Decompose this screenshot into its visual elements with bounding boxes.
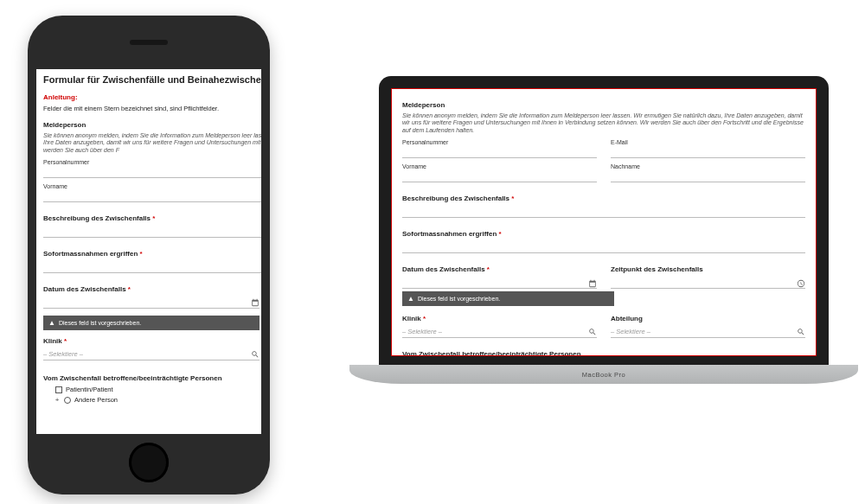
checkbox-icon <box>55 386 62 393</box>
clinic-heading-d: Klinik <box>402 315 597 322</box>
validation-message-d: Dieses feld ist vorgeschrieben. <box>418 296 500 302</box>
firstname-label-d: Vorname <box>402 163 597 169</box>
clinic-heading: Klinik <box>43 337 261 345</box>
time-heading-d: Zeitpunkt des Zwischenfalls <box>611 265 805 273</box>
date-heading-d: Datum des Zwischenfalls <box>402 265 597 273</box>
email-label-d: E-Mail <box>611 139 805 145</box>
form-title: Formular für Zwischenfälle und Beinahezw… <box>43 74 261 85</box>
clinic-select[interactable]: – Selektiere – <box>43 348 260 360</box>
email-input-d[interactable] <box>611 146 805 158</box>
macbook-frame: Meldeperson Sie können anonym melden, in… <box>349 76 858 384</box>
description-heading-d: Beschreibung des Zwischenfalls <box>402 195 805 202</box>
validation-message: Dieses feld ist vorgeschrieben. <box>59 320 141 326</box>
affected-heading-d: Vom Zwischenfall betroffene/beeinträchti… <box>402 350 805 356</box>
description-heading: Beschreibung des Zwischenfalls <box>43 214 261 222</box>
clinic-placeholder: – Selektiere – <box>43 348 260 360</box>
personnel-no-input[interactable] <box>43 166 261 178</box>
department-heading-d: Abteilung <box>611 315 805 322</box>
clinic-placeholder-d: – Selektiere – <box>402 326 597 338</box>
validation-tooltip: ▲ Dieses feld ist vorgeschrieben. <box>43 316 260 330</box>
personnel-no-label: Personalnummer <box>43 159 261 165</box>
incident-form-mobile: Formular für Zwischenfälle und Beinahezw… <box>36 69 261 409</box>
iphone-frame: Formular für Zwischenfälle und Beinahezw… <box>28 16 270 494</box>
reporter-help-d: Sie können anonym melden, indem Sie die … <box>402 112 805 134</box>
affected-other-row[interactable]: + Andere Person <box>48 396 261 404</box>
affected-heading: Vom Zwischenfall betroffene/beeinträchti… <box>43 374 261 382</box>
department-select-d[interactable]: – Selektiere – <box>611 326 805 338</box>
warning-icon: ▲ <box>48 319 55 327</box>
iphone-screen: Formular für Zwischenfälle und Beinahezw… <box>36 69 261 434</box>
macbook-screen: Meldeperson Sie können anonym melden, in… <box>391 88 817 356</box>
warning-icon-d: ▲ <box>407 295 414 303</box>
date-heading: Datum des Zwischenfalls <box>43 285 261 293</box>
macbook-label: MacBook Pro <box>582 371 626 379</box>
macbook-base: MacBook Pro <box>349 365 858 384</box>
instruction-text: Felder die mit einem Stern bezeichnet si… <box>43 105 261 112</box>
validation-tooltip-d: ▲ Dieses feld ist vorgeschrieben. <box>402 291 614 306</box>
department-placeholder-d: – Selektiere – <box>611 326 805 338</box>
reporter-heading-d: Meldeperson <box>402 101 805 109</box>
description-input-d[interactable] <box>402 206 805 218</box>
description-input[interactable] <box>43 226 261 238</box>
measures-heading-d: Sofortmassnahmen ergriffen <box>402 230 805 238</box>
time-input-d[interactable] <box>611 277 805 289</box>
search-icon-d <box>588 328 597 336</box>
date-input[interactable] <box>43 297 260 309</box>
radio-icon <box>64 397 71 404</box>
affected-other-label: Andere Person <box>74 396 118 404</box>
affected-patient-row[interactable]: Patientin/Patient <box>55 386 261 393</box>
clock-icon[interactable] <box>797 279 805 288</box>
date-input-d[interactable] <box>402 277 597 289</box>
calendar-icon-d[interactable] <box>588 279 597 288</box>
measures-input-d[interactable] <box>402 241 805 253</box>
clinic-select-d[interactable]: – Selektiere – <box>402 326 597 338</box>
firstname-input[interactable] <box>43 190 261 202</box>
reporter-heading: Meldeperson <box>43 121 261 129</box>
measures-heading: Sofortmassnahmen ergriffen <box>43 250 261 258</box>
lastname-input-d[interactable] <box>611 170 805 182</box>
expand-icon[interactable]: + <box>54 396 61 404</box>
search-icon-d2 <box>797 328 805 336</box>
incident-form-desktop: Meldeperson Sie können anonym melden, in… <box>392 89 816 356</box>
personnel-no-input-d[interactable] <box>402 146 597 158</box>
firstname-input-d[interactable] <box>402 170 597 182</box>
measures-input[interactable] <box>43 261 261 273</box>
macbook-lid: Meldeperson Sie können anonym melden, in… <box>379 76 829 365</box>
search-icon <box>251 350 260 359</box>
calendar-icon[interactable] <box>251 298 260 307</box>
reporter-help: Sie können anonym melden, indem Sie die … <box>43 132 261 154</box>
instruction-label: Anleitung: <box>43 93 261 101</box>
affected-patient-label: Patientin/Patient <box>66 386 113 393</box>
personnel-no-label-d: Personalnummer <box>402 139 597 145</box>
firstname-label: Vorname <box>43 183 261 189</box>
lastname-label-d: Nachname <box>611 163 805 169</box>
